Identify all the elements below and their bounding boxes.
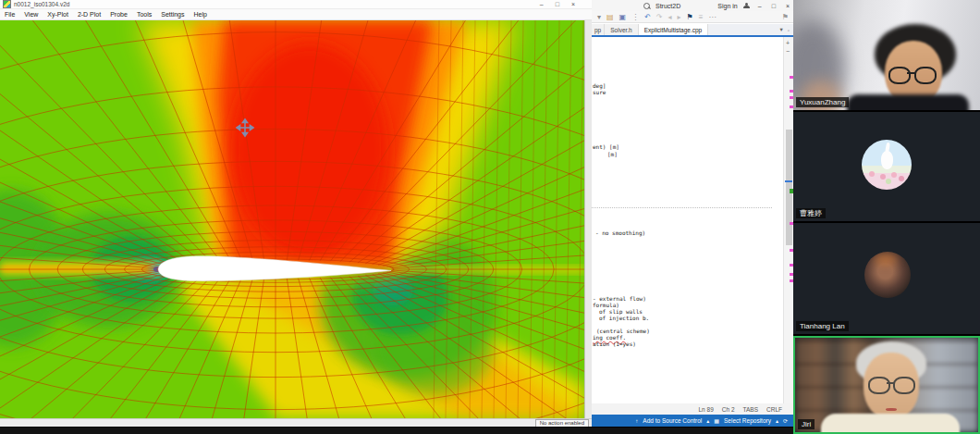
navigate-forward-icon[interactable]: ▸ [678,13,681,21]
glasses [868,377,890,394]
cfd-titlebar[interactable]: n0012_iso01304.v2d – □ × [0,0,592,9]
participant-avatar [864,252,911,298]
code-fragment: [m] [607,151,618,157]
screen: n0012_iso01304.v2d – □ × File View Xy-Pl… [0,0,980,434]
tab-explicitmultistage-cpp[interactable]: ExplicitMultistage.cpp [639,24,709,35]
cfd-app-window: n0012_iso01304.v2d – □ × File View Xy-Pl… [0,0,593,427]
publish-arrow-icon: ↑ [635,418,638,424]
vs-window-title: Struct2D [655,3,680,9]
dropdown-icon[interactable]: ▾ [597,13,601,21]
code-fragment: ent) [m] [593,143,619,150]
more-icon[interactable]: ⋯ [708,13,716,21]
status-line-ending[interactable]: CRLF [766,406,782,413]
code-region-separator [592,207,772,208]
tab-overflow-more-icon[interactable]: ◦ [788,27,790,33]
refresh-icon[interactable]: ⟳ [783,417,788,424]
search-icon[interactable] [643,3,650,9]
vs-titlebar[interactable]: Struct2D Sign in – □ × [592,0,793,11]
vs-source-control-bar: ↑ Add to Source Control ▴ ▦ Select Repos… [592,415,793,427]
participant-tile-caoyating[interactable]: 曹雅婷 [793,112,980,221]
vs-close-button[interactable]: × [786,3,790,9]
navigate-back-icon[interactable]: ◂ [668,13,672,21]
participant-name-label: Jiri [798,419,815,429]
glasses [888,67,911,84]
save-icon[interactable]: ▣ [619,13,627,21]
menu-view[interactable]: View [24,11,38,18]
user-account-icon[interactable] [743,3,749,8]
vs-toolbar: ▾ ▤ ▣ ⋮ ↶ ↷ ◂ ▸ ⚑ ≡ ⋯ ⚑ [592,11,793,23]
participant-name-label: 曹雅婷 [796,208,826,218]
menu-file[interactable]: File [5,11,15,18]
participant-name-label: Tianhang Lan [796,321,849,331]
code-fragment: formula) [593,302,619,308]
zoom-out-button[interactable]: − [786,48,790,55]
status-indent-mode[interactable]: TABS [743,406,759,413]
repository-icon: ▦ [714,417,719,424]
zoom-in-button[interactable]: + [786,40,790,46]
cfd-menubar: File View Xy-Plot 2-D Plot Probe Tools S… [0,9,592,20]
menu-help[interactable]: Help [194,11,207,18]
caret-up-icon[interactable]: ▴ [706,417,709,424]
menu-xy-plot[interactable]: Xy-Plot [47,11,68,18]
vs-minimize-button[interactable]: – [758,3,762,9]
status-line-number: Ln 89 [699,406,714,413]
code-fragment: ation (1=yes) [593,341,636,347]
menu-probe[interactable]: Probe [110,11,128,18]
code-editor[interactable]: deg] sure ent) [m] [m] - no smoothing) -… [592,37,783,403]
menu-2d-plot[interactable]: 2-D Plot [78,11,101,18]
menu-settings[interactable]: Settings [161,11,184,18]
code-fragment: - no smoothing) [595,229,645,236]
toggle-icon[interactable]: ≡ [699,13,704,21]
tab-overflow-caret-icon[interactable]: ▾ [779,26,782,33]
code-fragment: ing coeff. [593,334,626,341]
caret-up-icon[interactable]: ▴ [776,417,778,424]
cfd-close-button[interactable]: × [571,1,575,7]
code-fragment: - external flow) [593,295,646,302]
vs-status-row: Ln 89 Ch 2 TABS CRLF [592,403,793,415]
select-repository-button[interactable]: Select Repository [724,417,771,424]
cfd-window-title: n0012_iso01304.v2d [14,1,69,7]
vs-maximize-button[interactable]: □ [772,3,776,9]
code-fragment: deg] [593,82,606,89]
code-fragment: (central scheme) [596,328,650,334]
undo-icon[interactable]: ↶ [644,13,651,21]
participant-avatar [862,140,912,190]
participant-tile-yuxuanzhang[interactable]: YuxuanZhang [793,0,980,110]
save-all-icon[interactable]: ⋮ [631,13,639,21]
scrollbar-thumb[interactable] [786,130,792,245]
open-folder-icon[interactable]: ▤ [606,13,614,21]
cfd-app-icon [3,0,11,8]
video-call-sidebar: YuxuanZhang 曹雅婷 Tianhang Lan [793,0,980,434]
code-fragment: sure [593,89,606,95]
sign-in-button[interactable]: Sign in [717,3,737,9]
tab-clipped[interactable]: pp [592,24,605,35]
cfd-minimize-button[interactable]: – [540,1,544,7]
code-fragment: of slip walls [599,308,643,315]
feedback-flag-icon[interactable]: ⚑ [782,13,789,21]
participant-name-label: YuxuanZhang [796,97,849,107]
vs-tabbar: pp Solver.h ExplicitMultistage.cpp ▾ ◦ [592,24,793,37]
cfd-maximize-button[interactable]: □ [556,1,559,7]
visual-studio-window: Struct2D Sign in – □ × ▾ ▤ ▣ ⋮ ↶ ↷ ◂ ▸ ⚑… [592,0,793,434]
status-column-number: Ch 2 [722,406,735,413]
add-to-source-control-button[interactable]: Add to Source Control [643,417,702,424]
redo-icon[interactable]: ↷ [656,13,663,21]
cfd-canvas[interactable] [0,20,584,418]
participant-tile-tianhang-lan[interactable]: Tianhang Lan [793,223,980,334]
code-fragment: of injection b. [599,315,649,321]
cfd-contour-plot [0,20,584,418]
windows-taskbar[interactable] [0,427,793,434]
run-icon[interactable]: ⚑ [687,13,693,21]
scrollbar-cursor-mark [785,180,792,182]
participant-tile-jiri-active-speaker[interactable]: Jiri [793,336,980,434]
tab-solver-h[interactable]: Solver.h [605,24,639,35]
menu-tools[interactable]: Tools [137,11,152,18]
